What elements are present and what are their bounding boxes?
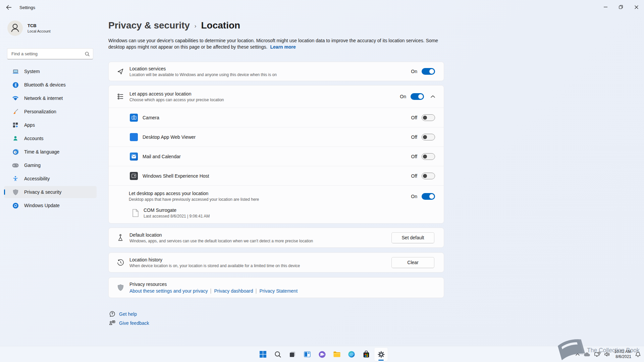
desktop-app-name: COM Surrogate (144, 207, 210, 213)
settings-taskbar-button[interactable] (374, 348, 388, 361)
location-services-row: Location services Location will be avail… (109, 62, 444, 81)
give-feedback-link[interactable]: Give feedback (108, 320, 444, 326)
sidebar-item-network-internet[interactable]: Network & internet (4, 92, 97, 104)
toggle-state-label: Off (411, 134, 417, 140)
toggle-state-label: On (411, 194, 417, 199)
tray-time: 10:02 AM (614, 349, 631, 354)
navigation-arrow-icon (116, 68, 125, 75)
sidebar-item-windows-update[interactable]: Windows Update (4, 199, 97, 212)
windows-shell-toggle[interactable] (422, 173, 435, 179)
chevron-up-icon[interactable] (431, 95, 435, 98)
app-row-desktop-app-web-viewer: Desktop App Web Viewer Off (109, 127, 444, 146)
tray-chevron-up-icon[interactable] (576, 353, 580, 356)
toggle-state-label: Off (411, 115, 417, 120)
page-description: Windows can use your device's capabiliti… (108, 38, 444, 50)
store-button[interactable] (360, 348, 373, 361)
close-button[interactable] (629, 0, 644, 14)
search-input[interactable] (11, 51, 85, 56)
location-history-card: Location history When device location is… (108, 252, 444, 273)
app-row-mail-calendar: Mail and Calendar Off (109, 146, 444, 166)
app-name: Desktop App Web Viewer (143, 134, 411, 140)
location-history-row: Location history When device location is… (109, 253, 444, 272)
taskbar: 10:02 AM 8/6/2021 (0, 346, 644, 362)
sidebar-item-label: Apps (24, 122, 35, 128)
clear-button[interactable]: Clear (391, 257, 434, 268)
sidebar-item-label: Personalization (24, 109, 56, 114)
back-button[interactable] (2, 2, 15, 13)
desktop-app-web-viewer-toggle[interactable] (422, 134, 435, 140)
system-tray: 10:02 AM 8/6/2021 (576, 346, 641, 362)
default-location-row: Default location Windows, apps, and serv… (109, 228, 444, 247)
search-box[interactable] (7, 48, 93, 59)
setting-subtitle: Location will be available to Windows an… (129, 72, 411, 77)
volume-icon[interactable] (604, 352, 610, 357)
app-name: Camera (143, 115, 411, 120)
file-explorer-button[interactable] (330, 348, 343, 361)
sidebar-item-label: Accounts (24, 136, 44, 141)
account-type: Local Account (28, 29, 51, 33)
set-default-button[interactable]: Set default (391, 232, 434, 243)
privacy-dashboard-link[interactable]: Privacy dashboard (214, 288, 253, 294)
selected-indicator (4, 189, 5, 195)
clock-language-icon (12, 148, 19, 155)
account-button[interactable]: TCB Local Account (7, 20, 101, 36)
sync-icon (12, 202, 19, 209)
sidebar-item-personalization[interactable]: Personalization (4, 106, 97, 118)
let-apps-header-row: Let apps access your location Choose whi… (109, 85, 444, 108)
location-services-toggle[interactable] (422, 68, 435, 75)
sidebar-item-label: Windows Update (24, 203, 60, 208)
let-apps-toggle[interactable] (411, 93, 424, 100)
active-app-indicator (378, 360, 384, 361)
task-view-button[interactable] (286, 348, 299, 361)
sidebar-item-apps[interactable]: Apps (4, 119, 97, 131)
about-settings-privacy-link[interactable]: About these settings and your privacy (129, 288, 208, 294)
apps-icon (12, 122, 19, 128)
mail-calendar-toggle[interactable] (422, 153, 435, 160)
camera-toggle[interactable] (422, 114, 435, 121)
restore-button[interactable] (613, 0, 629, 14)
let-apps-card: Let apps access your location Choose whi… (108, 85, 444, 224)
system-icon (12, 68, 19, 75)
start-button[interactable] (256, 348, 270, 361)
toggle-state-label: Off (411, 154, 417, 159)
setting-title: Let apps access your location (129, 91, 400, 97)
clock[interactable]: 10:02 AM 8/6/2021 (614, 349, 631, 359)
sidebar-item-system[interactable]: System (4, 65, 97, 77)
app-name: Windows Shell Experience Host (143, 173, 411, 179)
sidebar-item-time-language[interactable]: Time & language (4, 146, 97, 158)
setting-title: Default location (129, 232, 391, 238)
sidebar-item-accessibility[interactable]: Accessibility (4, 173, 97, 185)
network-icon[interactable] (594, 352, 600, 357)
wifi-icon (12, 95, 19, 102)
widgets-button[interactable] (301, 348, 314, 361)
get-help-link[interactable]: Get help (108, 311, 444, 317)
setting-title: Location history (129, 257, 391, 262)
sidebar-item-privacy-security[interactable]: Privacy & security (4, 186, 97, 198)
taskbar-center (256, 346, 388, 362)
sidebar-item-label: Bluetooth & devices (24, 82, 66, 87)
main-content: Privacy & security › Location Windows ca… (108, 15, 444, 326)
search-taskbar-button[interactable] (271, 348, 284, 361)
onedrive-cloud-icon[interactable] (584, 352, 590, 357)
app-row-windows-shell-experience-host: Windows Shell Experience Host Off (109, 166, 444, 185)
notification-bell-icon[interactable] (635, 352, 641, 357)
breadcrumb-parent[interactable]: Privacy & security (108, 20, 190, 31)
default-location-card: Default location Windows, apps, and serv… (108, 228, 444, 248)
privacy-statement-link[interactable]: Privacy Statement (259, 288, 298, 294)
toggle-state-label: On (411, 69, 417, 74)
minimize-button[interactable] (598, 0, 613, 14)
desktop-apps-toggle[interactable] (422, 193, 435, 200)
chat-button[interactable] (315, 348, 329, 361)
sidebar-item-gaming[interactable]: Gaming (4, 159, 97, 171)
camera-app-icon (130, 114, 138, 122)
back-arrow-icon (6, 5, 11, 10)
learn-more-link[interactable]: Learn more (270, 44, 296, 50)
accessibility-icon (12, 175, 19, 182)
edge-button[interactable] (345, 348, 358, 361)
sidebar-item-label: Accessibility (24, 176, 50, 181)
footer-links: Get help Give feedback (108, 311, 444, 326)
sidebar-item-label: Privacy & security (24, 189, 61, 195)
setting-title: Privacy resources (129, 282, 438, 287)
sidebar-item-accounts[interactable]: Accounts (4, 132, 97, 144)
sidebar-item-bluetooth-devices[interactable]: Bluetooth & devices (4, 79, 97, 91)
